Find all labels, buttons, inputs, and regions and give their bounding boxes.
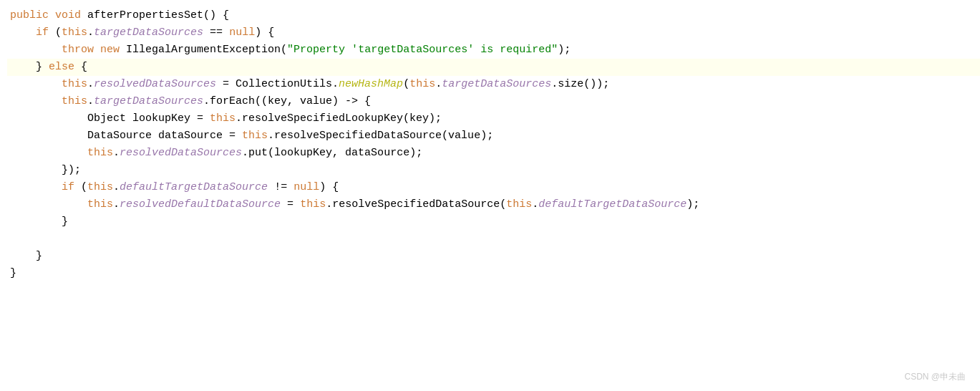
code-token: =: [281, 198, 300, 211]
code-token: .size());: [551, 78, 609, 90]
code-token: [10, 44, 62, 56]
code-token: !=: [268, 181, 293, 193]
watermark: CSDN @申未曲: [904, 370, 966, 384]
code-token: void: [55, 9, 81, 21]
code-token: DataSource dataSource =: [10, 130, 242, 142]
code-token: defaultTargetDataSource: [538, 198, 687, 211]
code-token: [10, 198, 87, 211]
code-token: defaultTargetDataSource: [120, 181, 268, 193]
code-token: );: [558, 44, 571, 56]
code-token: throw: [62, 44, 94, 56]
code-token: .: [87, 95, 94, 107]
code-token: null: [229, 26, 255, 39]
code-token: [94, 44, 100, 56]
code-token: [10, 26, 36, 39]
code-token: .: [87, 78, 94, 90]
code-token: .resolveSpecifiedLookupKey(key);: [236, 112, 442, 125]
code-token: targetDataSources: [94, 26, 203, 39]
code-token: .: [113, 147, 120, 159]
code-token: );: [687, 198, 699, 211]
code-token: "Property 'targetDataSources' is require…: [287, 44, 558, 56]
code-token: resolvedDataSources: [94, 78, 216, 90]
code-token: }: [10, 61, 49, 73]
code-line: if (this.defaultTargetDataSource != null…: [7, 179, 980, 196]
code-token: [10, 181, 62, 193]
code-token: if: [62, 181, 74, 193]
code-line: this.targetDataSources.forEach((key, val…: [7, 93, 980, 110]
code-token: ) {: [255, 26, 274, 39]
code-line: this.resolvedDataSources.put(lookupKey, …: [7, 145, 980, 162]
code-token: .resolveSpecifiedDataSource(value);: [268, 130, 493, 142]
code-token: }: [10, 216, 68, 228]
code-token: .: [435, 78, 442, 90]
code-token: ) {: [319, 181, 339, 193]
code-token: });: [10, 164, 81, 176]
code-token: .forEach((key, value) -> {: [203, 95, 371, 107]
code-line: });: [7, 162, 980, 179]
code-token: afterPropertiesSet() {: [81, 9, 229, 21]
code-token: .: [113, 181, 120, 193]
code-line: this.resolvedDataSources = CollectionUti…: [7, 76, 980, 93]
code-token: [10, 78, 62, 90]
code-token: this: [242, 130, 268, 142]
code-token: (: [49, 26, 62, 39]
code-line: }: [7, 213, 980, 231]
code-token: [10, 147, 87, 159]
code-token: this: [62, 95, 87, 107]
code-token: .: [113, 198, 120, 211]
code-token: [49, 9, 55, 21]
code-line: }: [7, 248, 980, 265]
code-token: (: [403, 78, 409, 90]
code-token: .: [532, 198, 538, 211]
code-line: }: [7, 265, 980, 282]
code-token: resolvedDataSources: [120, 147, 242, 159]
code-block: public void afterPropertiesSet() { if (t…: [7, 7, 980, 282]
code-line: public void afterPropertiesSet() {: [7, 7, 980, 24]
code-token: newHashMap: [339, 78, 403, 90]
code-line: } else {: [7, 59, 980, 76]
code-token: if: [36, 26, 49, 39]
code-token: IllegalArgumentException(: [120, 44, 287, 56]
code-line: this.resolvedDefaultDataSource = this.re…: [7, 196, 980, 213]
code-token: Object lookupKey =: [10, 112, 210, 125]
code-line: throw new IllegalArgumentException("Prop…: [7, 42, 980, 59]
code-token: this: [506, 198, 532, 211]
code-token: this: [87, 147, 113, 159]
code-token: this: [62, 26, 87, 39]
code-token: null: [293, 181, 319, 193]
code-token: ==: [203, 26, 229, 39]
code-token: {: [74, 61, 87, 73]
code-token: [10, 95, 62, 107]
code-token: .put(lookupKey, dataSource);: [242, 147, 422, 159]
code-token: this: [87, 181, 113, 193]
code-token: this: [300, 198, 326, 211]
code-token: targetDataSources: [442, 78, 551, 90]
code-line: Object lookupKey = this.resolveSpecified…: [7, 110, 980, 127]
code-token: else: [49, 61, 74, 73]
code-token: this: [62, 78, 87, 90]
code-token: this: [409, 78, 435, 90]
code-line: [7, 231, 980, 248]
code-token: }: [10, 267, 16, 279]
code-token: }: [10, 250, 42, 262]
code-token: new: [100, 44, 120, 56]
code-token: resolvedDefaultDataSource: [120, 198, 281, 211]
code-line: if (this.targetDataSources == null) {: [7, 24, 980, 42]
code-token: .: [87, 26, 94, 39]
code-token: (: [74, 181, 87, 193]
code-token: = CollectionUtils.: [216, 78, 339, 90]
code-token: targetDataSources: [94, 95, 203, 107]
code-token: public: [10, 9, 49, 21]
code-token: this: [210, 112, 236, 125]
code-token: .resolveSpecifiedDataSource(: [326, 198, 506, 211]
code-line: DataSource dataSource = this.resolveSpec…: [7, 127, 980, 145]
code-token: this: [87, 198, 113, 211]
code-container: public void afterPropertiesSet() { if (t…: [0, 0, 980, 391]
